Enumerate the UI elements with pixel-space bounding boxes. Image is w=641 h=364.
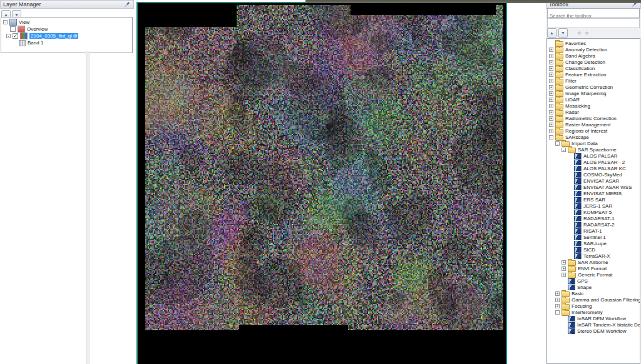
toolbox-tree-item[interactable]: ERS SAR [547, 196, 640, 203]
toolbox-tree-item[interactable]: Favorites [547, 40, 640, 46]
layer-tree-item-overview[interactable]: Overview [1, 26, 132, 33]
toolbox-item-label: KOMPSAT-5 [583, 210, 612, 215]
toolbox-tree-item[interactable]: ALOS PALSAR KC [547, 165, 640, 171]
toolbox-tree-item[interactable]: + Geometric Correction [547, 84, 640, 90]
toolbox-tree-item[interactable]: InSAR DEM Workflow [547, 315, 640, 321]
toolbox-item-label: ALOS PALSAR - 2 [583, 159, 625, 165]
toolbox-tree-item[interactable]: + Regions of Interest [547, 128, 640, 134]
toolbox-tree-item[interactable]: InSAR Tandem-X bistatic Dem W [547, 321, 640, 328]
layer-tree-item-band[interactable]: Band 1 [1, 39, 132, 46]
expander-icon[interactable]: + [562, 266, 566, 271]
toolbox-tree-item[interactable]: + Generic Format [547, 271, 640, 278]
toolbox-item-label: Sentinel 1 [583, 235, 606, 240]
toolbox-tree-item[interactable]: - SAR Spaceborne [547, 146, 640, 153]
toolbox-tree-item[interactable]: + LiDAR [547, 96, 640, 103]
expander-icon[interactable]: - [549, 135, 553, 139]
toolbox-tree-item[interactable]: + Classification [547, 65, 640, 71]
toolbox-tree-item[interactable]: + SAR Airborne [547, 259, 640, 265]
layer-tree-item-view[interactable]: - View [1, 19, 132, 26]
expander-icon[interactable]: + [549, 60, 553, 64]
expander-icon[interactable]: + [562, 260, 566, 265]
expander-icon[interactable]: + [549, 66, 553, 71]
toolbox-tree-item[interactable]: ALOS PALSAR [547, 153, 640, 159]
toolbox-tree-item[interactable]: - SARscape [547, 134, 640, 140]
overview-checkbox[interactable] [10, 26, 16, 32]
raster-checkbox[interactable]: ✓ [13, 33, 18, 39]
expander-icon[interactable]: + [562, 273, 566, 277]
toolbox-tree-item[interactable]: SAR-Lupe [547, 240, 640, 246]
toolbox-tree-item[interactable]: SICD [547, 246, 640, 253]
sar-image[interactable] [145, 5, 503, 330]
remove-favorite-icon[interactable]: ★ [584, 30, 590, 36]
layer-tree-item-raster[interactable]: - ✓ 2104_0305_fint_ql.tif [1, 33, 132, 39]
toolbox-tree-item[interactable]: ENVISAT MERIS [547, 190, 640, 196]
expander-icon[interactable]: + [549, 48, 553, 52]
expander-icon[interactable]: + [555, 291, 560, 296]
expander-minus-icon[interactable]: - [3, 20, 8, 24]
expander-icon[interactable]: + [549, 123, 553, 127]
toolbox-tree-item[interactable]: + Focusing [547, 303, 640, 309]
folder-icon [562, 310, 570, 316]
toolbox-item-label: Filter [565, 78, 577, 84]
expander-icon[interactable]: + [549, 116, 553, 121]
toolbox-item-label: SAR Spaceborne [578, 147, 617, 153]
toolbox-tree-item[interactable]: + Anomaly Detection [547, 46, 640, 53]
toolbox-tree-item[interactable]: + Mosaicking [547, 103, 640, 109]
expander-icon[interactable]: + [555, 304, 560, 308]
toolbox-tree-item[interactable]: RISAT-1 [547, 228, 640, 234]
expander-icon[interactable]: + [549, 79, 553, 83]
envi-window: ▤ ▦ ▨ ⚑ ✚ ➤ ✚ ◆ ↻ + · 6.9% (1:14.6)▼ ↺ ↻… [0, 0, 641, 364]
image-view[interactable] [136, 2, 507, 364]
toolbox-tree-item[interactable]: COSMO-SkyMed [547, 171, 640, 178]
expander-icon[interactable]: + [549, 110, 553, 114]
expander-icon[interactable]: + [549, 91, 553, 96]
toolbox-tree-item[interactable]: Stereo DEM Workflow [547, 328, 640, 334]
toolbox-tree-item[interactable]: + Feature Extraction [547, 71, 640, 78]
collapse-all-icon[interactable]: ▲ [547, 28, 556, 38]
toolbox-tree-item[interactable]: + Basic [547, 290, 640, 296]
toolbox-tree-item[interactable]: ENVISAT ASAR WSS [547, 184, 640, 190]
toolbox-tree-item[interactable]: + Gamma and Gaussian Filtering [547, 296, 640, 303]
expand-all-icon[interactable]: ▼ [558, 28, 568, 38]
toolbox-tree-item[interactable]: + Radar [547, 109, 640, 115]
toolbox-tree-item[interactable]: TerraSAR-X [547, 253, 640, 259]
expander-icon[interactable]: + [549, 73, 553, 77]
import-icon [574, 197, 582, 203]
toolbox-tree-item[interactable]: + Radiometric Correction [547, 115, 640, 121]
pin-icon[interactable] [125, 1, 131, 8]
toolbox-tree-item[interactable]: + Filter [547, 78, 640, 84]
expander-icon[interactable]: + [549, 104, 553, 108]
toolbox-tree-item[interactable]: Sentinel 1 [547, 234, 640, 240]
add-favorite-icon[interactable]: ★ [577, 30, 582, 36]
toolbox-tree-item[interactable]: + Raster Management [547, 121, 640, 128]
expander-icon[interactable]: + [549, 54, 553, 58]
toolbox-tree-item[interactable]: - Import Data [547, 140, 640, 146]
toolbox-tree-item[interactable]: KOMPSAT-5 [547, 209, 640, 215]
toolbox-tree-item[interactable]: Shape [547, 284, 640, 290]
toolbox-tree-item[interactable]: RADARSAT-1 [547, 215, 640, 221]
toolbox-tree-item[interactable]: GPS [547, 278, 640, 284]
panel-splitter[interactable] [86, 51, 90, 364]
expander-icon[interactable]: + [549, 85, 553, 89]
toolbox-tree-item[interactable]: - Interferometry [547, 309, 640, 315]
toolbox-tree-item[interactable]: ALOS PALSAR - 2 [547, 159, 640, 165]
toolbox-item-label: Feature Extraction [565, 72, 606, 78]
toolbox-item-label: Interferometry [572, 310, 603, 315]
expander-icon[interactable]: - [555, 141, 560, 146]
expander-icon[interactable]: - [555, 310, 560, 315]
toolbox-item-label: COSMO-SkyMed [583, 172, 622, 178]
toolbox-tree-item[interactable]: + Change Detection [547, 59, 640, 65]
toolbox-tree-item[interactable]: + ENVI Format [547, 265, 640, 271]
import-icon [574, 216, 582, 221]
expander-icon[interactable]: + [549, 129, 553, 133]
toolbox-tree-item[interactable]: ENVISAT ASAR [547, 178, 640, 184]
toolbox-tree-item[interactable]: + Band Algebra [547, 53, 640, 59]
toolbox-tree-item[interactable]: + Image Sharpening [547, 90, 640, 96]
toolbox-tree-item[interactable]: JERS-1 SAR [547, 203, 640, 209]
expander-icon[interactable]: + [555, 298, 560, 302]
expander-icon[interactable]: + [549, 98, 553, 102]
expander-minus-icon[interactable]: - [6, 34, 11, 38]
expander-icon[interactable]: - [562, 148, 566, 152]
layer-manager-header[interactable]: Layer Manager [0, 0, 134, 9]
toolbox-tree-item[interactable]: RADARSAT-2 [547, 221, 640, 228]
